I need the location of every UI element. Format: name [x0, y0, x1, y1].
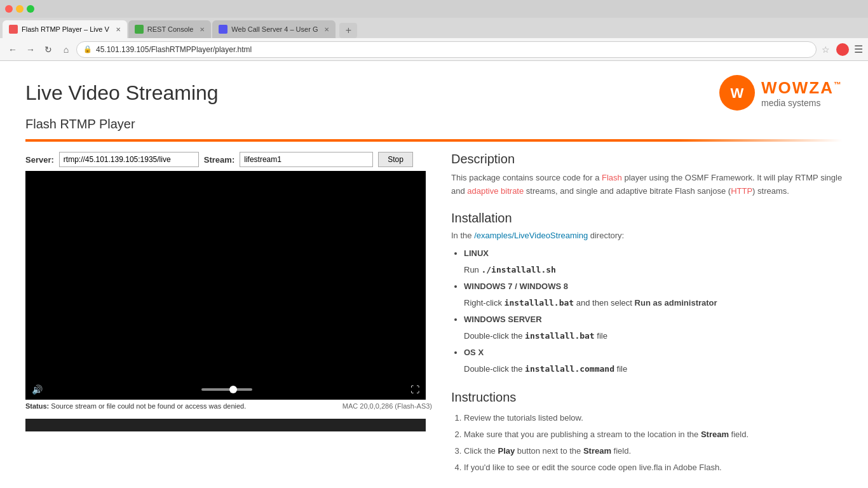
tab-label-flash: Flash RTMP Player – Live V	[22, 25, 109, 33]
status-bar: Status: Source stream or file could not …	[25, 400, 432, 412]
title-bar	[0, 0, 868, 18]
examples-dir-link[interactable]: /examples/LiveVideoStreaming	[474, 231, 588, 240]
tab-webcall[interactable]: Web Call Server 4 – User G ✕	[212, 20, 336, 38]
forward-button[interactable]: →	[23, 42, 38, 57]
traffic-lights	[5, 5, 34, 13]
tabs-bar: Flash RTMP Player – Live V ✕ REST Consol…	[0, 18, 868, 38]
address-text: 45.101.139.105/FlashRTMPPlayer/player.ht…	[96, 45, 810, 54]
reload-button[interactable]: ↻	[41, 42, 56, 57]
fullscreen-icon[interactable]: ⛶	[410, 384, 419, 395]
black-bar	[25, 419, 426, 431]
osx-platform: OS X	[464, 348, 484, 357]
tab-favicon-webcall	[219, 25, 227, 34]
winserver-platform: WINDOWS SERVER	[464, 315, 542, 324]
player-section: Server: Stream: Stop 🔊 ⛶	[25, 152, 432, 488]
wowza-icon-svg: W	[718, 74, 756, 112]
list-item-linux: LINUX Run ./installall.sh	[464, 245, 843, 278]
server-input[interactable]	[59, 152, 199, 167]
stream-input[interactable]	[240, 152, 373, 167]
installation-title: Installation	[451, 211, 843, 226]
tab-flash-rtmp[interactable]: Flash RTMP Player – Live V ✕	[3, 20, 127, 38]
extension-icon[interactable]	[836, 43, 849, 56]
description-text: This package contains source code for a …	[451, 172, 843, 198]
volume-knob	[229, 386, 237, 393]
flash-link[interactable]: Flash	[602, 173, 622, 182]
svg-text:W: W	[731, 85, 744, 101]
volume-slider[interactable]	[201, 388, 252, 391]
osx-command: installall.command	[525, 364, 614, 374]
wowza-name: WOWZA™	[761, 78, 843, 98]
maximize-button[interactable]	[27, 5, 34, 13]
flash-info: MAC 20,0,0,286 (Flash-AS3)	[342, 402, 432, 410]
instructions-title: Instructions	[451, 390, 843, 405]
win7-command: installall.bat	[505, 298, 574, 308]
video-player: 🔊 ⛶	[25, 171, 426, 400]
instruction-3: Click the Play button next to the Stream…	[464, 443, 843, 459]
browser-window: Flash RTMP Player – Live V ✕ REST Consol…	[0, 0, 868, 488]
tutorials-title: Tutorials	[451, 486, 843, 488]
tab-close-webcall[interactable]: ✕	[324, 26, 329, 33]
wowza-subtitle: media systems	[761, 98, 843, 108]
win7-platform: WINDOWS 7 / WINDOWS 8	[464, 281, 568, 291]
tab-label-rest: REST Console	[147, 25, 194, 33]
tab-rest-console[interactable]: REST Console ✕	[128, 20, 212, 38]
tab-favicon-rest	[135, 25, 144, 34]
page-header: Live Video Streaming W WOWZA™ media syst…	[25, 74, 843, 112]
status-label: Status:	[25, 402, 49, 410]
tab-close-rest[interactable]: ✕	[200, 26, 205, 33]
http-link[interactable]: HTTP	[731, 186, 752, 196]
video-controls: 🔊 ⛶	[25, 384, 426, 395]
address-bar[interactable]: 🔒 45.101.139.105/FlashRTMPPlayer/player.…	[76, 41, 817, 58]
menu-icon[interactable]: ☰	[854, 43, 863, 55]
close-button[interactable]	[5, 5, 13, 13]
list-item-win7: WINDOWS 7 / WINDOWS 8 Right-click instal…	[464, 278, 843, 311]
stop-button[interactable]: Stop	[378, 152, 413, 167]
list-item-osx: OS X Double-click the installall.command…	[464, 344, 843, 377]
status-text: Source stream or file could not be found…	[51, 402, 246, 410]
back-button[interactable]: ←	[5, 42, 20, 57]
winserver-command: installall.bat	[525, 331, 595, 341]
bookmark-star-icon[interactable]: ☆	[822, 44, 830, 55]
controls-bar: Server: Stream: Stop	[25, 152, 432, 167]
volume-icon: 🔊	[32, 384, 43, 395]
description-title: Description	[451, 152, 843, 166]
instructions-list: Review the tutorials listed below. Make …	[451, 410, 843, 476]
run-as-admin: Run as administrator	[635, 298, 717, 308]
status-text-area: Status: Source stream or file could not …	[25, 402, 246, 410]
desc-section: Description This package contains source…	[451, 152, 843, 488]
stream-label: Stream:	[204, 155, 234, 165]
tab-favicon-flash	[9, 25, 18, 34]
orange-divider	[25, 139, 843, 142]
wowza-text: WOWZA™ media systems	[761, 78, 843, 108]
adaptive-link[interactable]: adaptive bitrate	[467, 186, 524, 196]
lock-icon: 🔒	[83, 45, 92, 53]
nav-bar: ← → ↻ ⌂ 🔒 45.101.139.105/FlashRTMPPlayer…	[0, 38, 868, 61]
page-title: Live Video Streaming	[25, 81, 219, 105]
linux-platform: LINUX	[464, 248, 489, 258]
page-content: Live Video Streaming W WOWZA™ media syst…	[0, 61, 868, 488]
installation-intro: In the /examples/LiveVideoStreaming dire…	[451, 231, 843, 240]
server-label: Server:	[25, 155, 54, 165]
sub-title: Flash RTMP Player	[25, 117, 843, 132]
main-layout: Server: Stream: Stop 🔊 ⛶	[25, 152, 843, 488]
linux-command: ./installall.sh	[481, 265, 555, 274]
home-button[interactable]: ⌂	[58, 42, 74, 57]
tab-label-webcall: Web Call Server 4 – User G	[231, 25, 318, 33]
new-tab-button[interactable]: +	[339, 23, 357, 38]
tab-close-flash[interactable]: ✕	[116, 26, 121, 33]
list-item-winserver: WINDOWS SERVER Double-click the installa…	[464, 311, 843, 344]
minimize-button[interactable]	[16, 5, 24, 13]
wowza-logo: W WOWZA™ media systems	[718, 74, 843, 112]
instruction-4: If you'd like to see or edit the source …	[464, 459, 843, 476]
instruction-2: Make sure that you are publishing a stre…	[464, 426, 843, 443]
install-list: LINUX Run ./installall.sh WINDOWS 7 / WI…	[451, 245, 843, 377]
instruction-1: Review the tutorials listed below.	[464, 410, 843, 426]
